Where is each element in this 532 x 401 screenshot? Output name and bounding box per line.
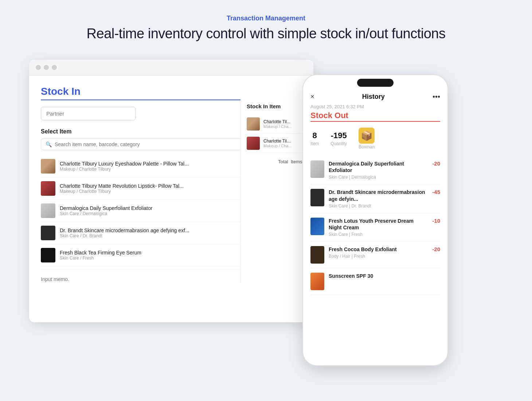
- history-item-qty: -10: [426, 218, 440, 224]
- history-item-qty: -45: [426, 189, 440, 195]
- more-icon[interactable]: •••: [433, 93, 440, 101]
- item-image: [41, 226, 55, 240]
- stat-item-label: Item: [310, 141, 319, 146]
- traffic-light-yellow: [44, 65, 49, 70]
- item-image: [41, 248, 55, 262]
- history-item-info: Fresh Lotus Youth Preserve Dream Night C…: [329, 218, 426, 237]
- history-item-name: Sunscreen SPF 30: [329, 273, 426, 279]
- history-item-name: Dr. Brandt Skincare microdermabrasion ag…: [329, 189, 426, 202]
- boxman-icon: 📦: [359, 128, 375, 144]
- stat-qty: -195 Quantity: [330, 131, 347, 146]
- stock-out-underline: [310, 121, 440, 122]
- history-date: August 25, 2021 6:32 PM: [310, 104, 440, 109]
- stat-boxman-label: Boxman: [359, 144, 375, 149]
- notch-bar: [357, 79, 394, 87]
- history-item[interactable]: Fresh Cocoa Body Exfoliant Body / Hair |…: [310, 242, 440, 268]
- select-item-label: Select Item: [41, 128, 71, 135]
- window-titlebar: [29, 60, 313, 75]
- history-item-name: Fresh Lotus Youth Preserve Dream Night C…: [329, 218, 426, 231]
- page-subtitle: Transaction Management: [87, 15, 446, 22]
- panel-item-image: [247, 137, 260, 150]
- history-stats: 8 Item -195 Quantity 📦 Boxman: [310, 128, 440, 149]
- panel-item-info: Charlotte Til... Makeup / Cha...: [263, 119, 292, 129]
- item-name: Charlotte Tilbury Matte Revolution Lipst…: [60, 183, 195, 189]
- item-name: Dermalogica Daily Superfoliant Exfoliato…: [60, 205, 195, 211]
- phone-title: History: [362, 93, 385, 101]
- history-item-category: Skin Care | Dermalogica: [329, 175, 426, 180]
- mobile-phone: × History ••• August 25, 2021 6:32 PM St…: [302, 74, 448, 366]
- panel-item-image: [247, 117, 260, 131]
- desktop-window: Stock In Select Item In Stock 🔍 Charlott: [29, 60, 313, 322]
- stat-qty-label: Quantity: [330, 141, 347, 146]
- panel-item-name: Charlotte Til...: [263, 139, 292, 144]
- history-item-info: Sunscreen SPF 30: [329, 273, 426, 280]
- panel-item[interactable]: Charlotte Til... Makeup / Cha...: [247, 114, 308, 134]
- item-name: Charlotte Tilbury Luxury Eyeshadow Palet…: [60, 161, 195, 167]
- history-item-list: Dermalogica Daily Superfoliant Exfoliato…: [310, 156, 440, 295]
- history-item-info: Dr. Brandt Skincare microdermabrasion ag…: [329, 189, 426, 208]
- item-name: Dr. Brandt Skincare microdermabrasion ag…: [60, 227, 195, 233]
- item-name: Fresh Black Tea Firming Eye Serum: [60, 250, 195, 256]
- page-title: Real-time inventory control with simple …: [87, 26, 446, 42]
- history-item-category: Skin Care | Dr. Brandt: [329, 203, 426, 209]
- history-item-image: [310, 273, 324, 290]
- history-item-image: [310, 160, 324, 178]
- item-image: [41, 159, 55, 174]
- history-item-info: Fresh Cocoa Body Exfoliant Body / Hair |…: [329, 246, 426, 259]
- history-item-image: [310, 218, 324, 235]
- traffic-light-red: [36, 65, 41, 70]
- close-icon[interactable]: ×: [310, 93, 314, 101]
- history-item-category: Skin Care | Fresh: [329, 232, 426, 237]
- stock-out-title: Stock Out: [310, 111, 440, 120]
- phone-body: August 25, 2021 6:32 PM Stock Out 8 Item…: [303, 104, 447, 295]
- history-item-info: Dermalogica Daily Superfoliant Exfoliato…: [329, 160, 426, 180]
- traffic-light-green: [52, 65, 57, 70]
- stat-qty-value: -195: [330, 131, 347, 140]
- history-item-image: [310, 246, 324, 264]
- history-item[interactable]: Fresh Lotus Youth Preserve Dream Night C…: [310, 213, 440, 242]
- history-item[interactable]: Dermalogica Daily Superfoliant Exfoliato…: [310, 156, 440, 184]
- page-header: Transaction Management Real-time invento…: [87, 15, 446, 42]
- stock-in-title: Stock In: [41, 86, 302, 97]
- history-item-qty: -20: [426, 246, 440, 252]
- history-item-image: [310, 189, 324, 206]
- panel-item[interactable]: Charlotte Til... Makeup / Cha...: [247, 134, 308, 153]
- history-item-name: Fresh Cocoa Body Exfoliant: [329, 246, 426, 253]
- panel-item-category: Makeup / Cha...: [263, 124, 292, 129]
- panel-total: Total Items: 2: [247, 159, 308, 164]
- history-item-qty: -20: [426, 160, 440, 167]
- item-image: [41, 203, 55, 218]
- phone-header: × History •••: [303, 88, 447, 104]
- panel-item-category: Makeup / Cha...: [263, 144, 292, 148]
- panel-item-name: Charlotte Til...: [263, 119, 292, 124]
- search-icon: 🔍: [46, 141, 52, 147]
- history-item-category: Body / Hair | Fresh: [329, 254, 426, 259]
- stat-boxman: 📦 Boxman: [359, 128, 375, 149]
- history-item[interactable]: Sunscreen SPF 30: [310, 268, 440, 295]
- partner-input[interactable]: [41, 107, 136, 120]
- item-image: [41, 181, 55, 196]
- panel-header: Stock In Item: [247, 103, 308, 109]
- ui-container: Stock In Select Item In Stock 🔍 Charlott: [29, 60, 503, 366]
- stat-item-value: 8: [310, 131, 319, 140]
- history-item-name: Dermalogica Daily Superfoliant Exfoliato…: [329, 160, 426, 174]
- phone-notch: [303, 75, 447, 88]
- panel-item-info: Charlotte Til... Makeup / Cha...: [263, 139, 292, 148]
- stat-items: 8 Item: [310, 131, 319, 146]
- history-item[interactable]: Dr. Brandt Skincare microdermabrasion ag…: [310, 184, 440, 213]
